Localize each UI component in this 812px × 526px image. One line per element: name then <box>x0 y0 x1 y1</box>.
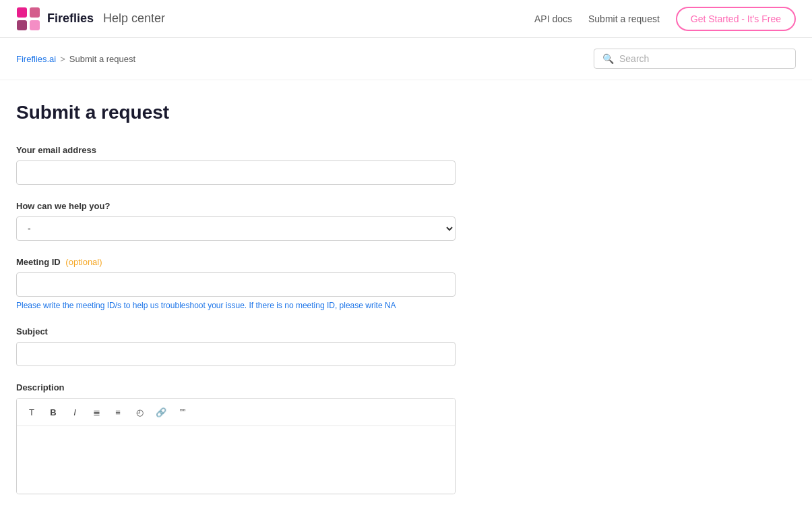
svg-rect-2 <box>17 20 27 30</box>
toolbar-bold-button[interactable]: B <box>44 403 63 421</box>
breadcrumb-bar: Fireflies.ai > Submit a request 🔍 <box>0 38 812 80</box>
svg-rect-1 <box>30 7 40 18</box>
subject-group: Subject <box>16 326 456 366</box>
breadcrumb-separator: > <box>60 54 65 64</box>
meeting-id-label: Meeting ID (optional) <box>16 257 456 267</box>
search-icon: 🔍 <box>602 53 614 64</box>
toolbar-unordered-list-button[interactable]: ≡ <box>108 403 127 421</box>
fireflies-logo-icon <box>16 7 40 31</box>
breadcrumb-home[interactable]: Fireflies.ai <box>16 54 56 64</box>
description-group: Description T B I ≣ <box>16 382 456 494</box>
site-header: Fireflies Help center API docs Submit a … <box>0 0 812 38</box>
toolbar-text-button[interactable]: T <box>22 403 41 421</box>
page-title: Submit a request <box>16 102 456 123</box>
help-type-group: How can we help you? - <box>16 201 456 241</box>
meeting-id-input[interactable] <box>16 272 456 297</box>
nav-submit-request[interactable]: Submit a request <box>588 13 660 24</box>
brand-name: Fireflies <box>47 11 94 26</box>
nav-api-docs[interactable]: API docs <box>534 13 572 24</box>
editor-toolbar: T B I ≣ ≡ ◴ <box>17 399 455 426</box>
brand-area: Fireflies Help center <box>16 7 165 31</box>
breadcrumb-current: Submit a request <box>69 54 135 64</box>
toolbar-quote-button[interactable]: ”” <box>173 403 192 421</box>
email-label: Your email address <box>16 145 456 155</box>
help-type-label: How can we help you? <box>16 201 456 211</box>
header-nav: API docs Submit a request Get Started - … <box>534 7 796 31</box>
breadcrumb: Fireflies.ai > Submit a request <box>16 54 135 64</box>
get-started-button[interactable]: Get Started - It's Free <box>676 7 796 31</box>
toolbar-link-button[interactable]: 🔗 <box>152 403 170 421</box>
email-input[interactable] <box>16 160 456 185</box>
search-box: 🔍 <box>594 49 796 69</box>
subject-input[interactable] <box>16 342 456 366</box>
email-group: Your email address <box>16 145 456 185</box>
description-input[interactable] <box>17 426 455 494</box>
help-type-select[interactable]: - <box>16 216 456 241</box>
subject-label: Subject <box>16 326 456 337</box>
meeting-id-optional: (optional) <box>65 257 102 267</box>
toolbar-italic-button[interactable]: I <box>65 403 84 421</box>
meeting-id-hint: Please write the meeting ID/s to help us… <box>16 301 456 310</box>
meeting-id-group: Meeting ID (optional) Please write the m… <box>16 257 456 310</box>
toolbar-image-button[interactable]: ◴ <box>130 403 149 421</box>
description-label: Description <box>16 382 456 392</box>
search-input[interactable] <box>619 53 787 64</box>
description-editor: T B I ≣ ≡ ◴ <box>16 398 456 494</box>
svg-rect-3 <box>30 20 40 30</box>
svg-rect-0 <box>17 7 27 18</box>
brand-subtitle: Help center <box>103 11 165 26</box>
main-content: Submit a request Your email address How … <box>0 80 472 526</box>
toolbar-ordered-list-button[interactable]: ≣ <box>87 403 106 421</box>
